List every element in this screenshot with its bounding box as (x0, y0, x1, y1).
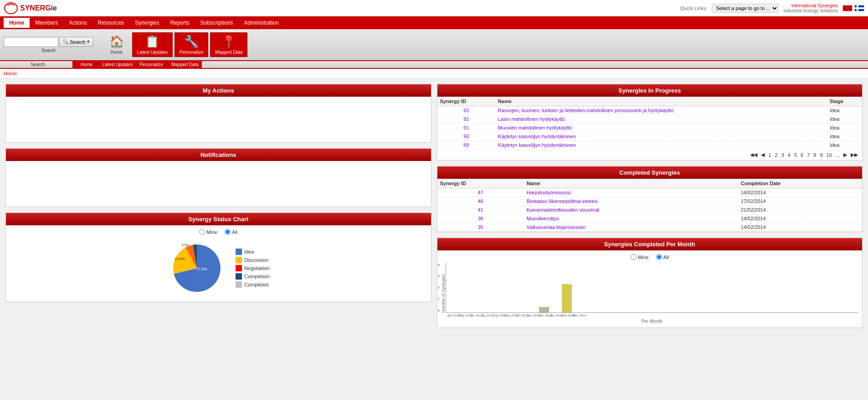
synergy-id-link[interactable]: 92 (463, 116, 469, 122)
bar-chart-radio-mine[interactable]: Mine (631, 254, 649, 260)
search-input[interactable] (4, 37, 58, 47)
toolbar-home-btn[interactable]: 🏠 Home (103, 32, 130, 57)
chart-radio-all[interactable]: All (225, 229, 237, 235)
quick-links-label: Quick Links: (680, 5, 708, 11)
pagination-ellipsis: ... (834, 152, 841, 158)
comp-id-link[interactable]: 36 (478, 216, 483, 221)
toolbar-mapped-data-btn[interactable]: 📍 Mapped Data (210, 32, 247, 57)
comp-name-link[interactable]: Muovikierrätys (527, 216, 559, 221)
updates-icon: 📋 (145, 35, 159, 49)
synergy-name-link[interactable]: Rasvojen, kuonien, tuhkien ja lietteiden… (498, 108, 673, 113)
nav-home[interactable]: Home (4, 18, 30, 28)
toolbar: 🔍 Search ▼ Search 🏠 Home 📋 Latest Update… (0, 29, 868, 61)
synergy-id-link[interactable]: 91 (463, 125, 469, 130)
toolbar-latest-updates-btn[interactable]: 📋 Latest Updates (132, 32, 173, 57)
pagination-8[interactable]: 8 (812, 152, 817, 158)
comp-id-link[interactable]: 35 (478, 224, 483, 230)
legend-completion-label: Completion (244, 274, 270, 279)
quick-links-select[interactable]: Select a page to go to .. (712, 4, 779, 13)
chart-radio-mine[interactable]: Mine (199, 229, 217, 235)
search-button[interactable]: 🔍 Search ▼ (59, 37, 93, 47)
pagination-2[interactable]: 2 (774, 152, 779, 158)
synergy-id-link[interactable]: 93 (463, 108, 469, 113)
toolbar-personalize-btn[interactable]: 🔧 Personalize (175, 32, 208, 57)
pagination-10[interactable]: 10 (825, 152, 833, 158)
comp-name-link[interactable]: Valkaisumaa bioprosessiin (527, 224, 586, 230)
pagination-1[interactable]: 1 (767, 152, 772, 158)
toolbar-mapped-data-label: Mapped Data (215, 50, 242, 55)
chart-radio-all-input[interactable] (225, 229, 231, 235)
synergy-name-link[interactable]: Muovien mahdollinen hyötykäyttö (498, 125, 572, 130)
synergy-id-link[interactable]: 90 (463, 134, 469, 139)
nav-members[interactable]: Members (30, 18, 63, 28)
pie-chart-svg: 77.0% 14.9% 5.5% (167, 239, 226, 298)
pagination-4[interactable]: 4 (786, 152, 792, 158)
bar-chart-radio-all-input[interactable] (656, 254, 662, 260)
nav-resources[interactable]: Resources (92, 18, 129, 28)
y-axis-label-container: Number of Synergies (441, 263, 446, 324)
legend-idea-label: Idea (244, 249, 254, 255)
search-section-label: Search (41, 48, 56, 53)
nav-actions[interactable]: Actions (63, 18, 92, 28)
pagination-next-next[interactable]: ▶▶ (849, 151, 859, 158)
nav-reports[interactable]: Reports (164, 18, 195, 28)
breadcrumb-home[interactable]: Home (4, 71, 17, 76)
comp-id-link[interactable]: 41 (478, 207, 483, 213)
pagination-prev-prev[interactable]: ◀◀ (749, 151, 759, 158)
bar-item[interactable] (539, 307, 549, 313)
synergy-name-cell: Käytetyn kasviöljyn hyödyntäminen (495, 132, 827, 141)
table-row: 36 Muovikierrätys 14/02/2014 (437, 214, 863, 223)
flag-icon-finland[interactable] (854, 5, 864, 11)
synergy-id-cell: 92 (437, 115, 495, 124)
synergies-per-month-body: Mine All Number of Synergies (437, 250, 863, 327)
synergy-name-link[interactable]: Käytetyn kasviöljyn hyödyntäminen (498, 134, 576, 139)
pagination-9[interactable]: 9 (818, 152, 824, 158)
bar-chart-radio-row: Mine All (441, 254, 859, 260)
home-icon: 🏠 (109, 35, 124, 49)
y-axis-ticks: 8 6 4 2 0 (438, 263, 440, 312)
synergy-name-link[interactable]: Käytetyn kasviöljyn hyödyntäminen (498, 142, 576, 148)
legend-idea-color (236, 249, 242, 255)
bar-chart-radio-all[interactable]: All (656, 254, 669, 260)
synergy-name-link[interactable]: Lasin mahdollinen hyötykäyttö (498, 116, 565, 122)
comp-name-link[interactable]: Biokaasu liikennepolttoa ineeksi (527, 198, 598, 204)
svg-text:5.5%: 5.5% (182, 244, 189, 247)
legend-completion: Completion (236, 273, 270, 280)
nav-bar: Home Members Actions Resources Synergies… (0, 16, 868, 29)
comp-id-link[interactable]: 47 (478, 190, 483, 195)
synergies-in-progress-body: Synergy ID Name Stage 93 Rasvojen, kuoni… (437, 97, 863, 160)
comp-name-link[interactable]: Harjoitustyöresurssi (527, 190, 571, 195)
chart-radio-mine-input[interactable] (199, 229, 205, 235)
nav-administration[interactable]: Administration (239, 18, 284, 28)
pagination-next[interactable]: ▶ (842, 151, 848, 158)
table-row: 89 Käytetyn kasviöljyn hyödyntäminen Ide… (437, 141, 863, 150)
pagination-prev[interactable]: ◀ (760, 151, 766, 158)
toolbar-labels-row: Search Home Latest Updates Personalize M… (0, 61, 868, 69)
bar-chart-mine-label: Mine (638, 255, 649, 260)
nav-subscriptions[interactable]: Subscriptions (195, 18, 238, 28)
col-completion-date: Completion Date (738, 179, 862, 188)
bar-item[interactable] (562, 284, 572, 313)
table-row: 90 Käytetyn kasviöljyn hyödyntäminen Ide… (437, 132, 863, 141)
synergy-stage-cell: Idea (827, 106, 862, 115)
chart-radio-all-label: All (232, 229, 237, 235)
comp-name-link[interactable]: Kaivannaisteollisuuden sivuvirrat (527, 207, 600, 213)
nav-synergies[interactable]: Synergies (129, 18, 164, 28)
toolbar-home-label: Home (110, 50, 123, 55)
synergy-id-link[interactable]: 89 (463, 142, 469, 148)
chart-legend: Idea Discussion Negotiation Complet (236, 249, 270, 288)
synergy-name-cell: Lasin mahdollinen hyötykäyttö (495, 115, 827, 124)
synergy-stage-cell: Idea (827, 141, 862, 150)
pagination-3[interactable]: 3 (780, 152, 786, 158)
pagination-5[interactable]: 5 (793, 152, 798, 158)
notifications-body (6, 161, 431, 207)
synergy-status-chart-title: Synergy Status Chart (188, 216, 248, 223)
bar-chart-radio-mine-input[interactable] (631, 254, 637, 260)
pagination-6[interactable]: 6 (799, 152, 805, 158)
synergies-in-progress-title: Synergies In Progress (618, 87, 681, 94)
comp-id-link[interactable]: 46 (478, 198, 483, 204)
synergies-per-month-header: Synergies Completed Per Month (437, 238, 863, 250)
flag-icon-1[interactable] (842, 5, 853, 11)
bar-chart-all-label: All (663, 255, 669, 260)
pagination-7[interactable]: 7 (806, 152, 811, 158)
